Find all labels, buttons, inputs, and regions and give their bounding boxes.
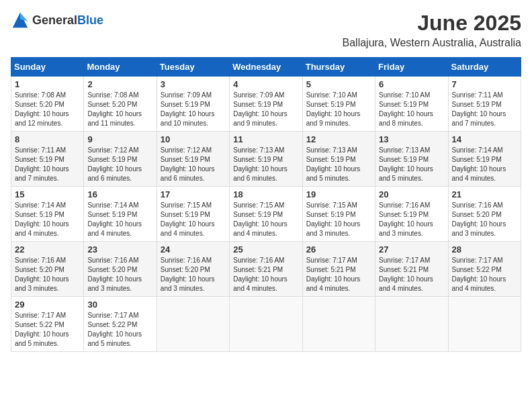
day-info: Sunrise: 7:17 AMSunset: 5:22 PMDaylight:… bbox=[15, 311, 80, 349]
table-cell: 14Sunrise: 7:14 AMSunset: 5:19 PMDayligh… bbox=[448, 132, 521, 187]
day-info: Sunrise: 7:16 AMSunset: 5:19 PMDaylight:… bbox=[379, 201, 444, 238]
table-cell: 28Sunrise: 7:17 AMSunset: 5:22 PMDayligh… bbox=[448, 242, 521, 297]
calendar-week-4: 22Sunrise: 7:16 AMSunset: 5:20 PMDayligh… bbox=[11, 242, 521, 297]
table-cell bbox=[230, 297, 302, 352]
table-cell: 6Sunrise: 7:10 AMSunset: 5:19 PMDaylight… bbox=[375, 77, 448, 132]
day-number: 12 bbox=[306, 134, 371, 144]
table-cell: 21Sunrise: 7:16 AMSunset: 5:20 PMDayligh… bbox=[448, 187, 521, 242]
day-info: Sunrise: 7:15 AMSunset: 5:19 PMDaylight:… bbox=[161, 201, 226, 238]
day-number: 17 bbox=[161, 189, 226, 199]
day-number: 10 bbox=[161, 134, 226, 144]
day-info: Sunrise: 7:16 AMSunset: 5:20 PMDaylight:… bbox=[452, 201, 517, 238]
day-info: Sunrise: 7:17 AMSunset: 5:21 PMDaylight:… bbox=[306, 256, 371, 293]
day-number: 27 bbox=[379, 244, 444, 255]
day-number: 3 bbox=[161, 79, 226, 89]
day-info: Sunrise: 7:16 AMSunset: 5:20 PMDaylight:… bbox=[15, 256, 80, 293]
day-number: 6 bbox=[379, 79, 444, 89]
calendar-week-3: 15Sunrise: 7:14 AMSunset: 5:19 PMDayligh… bbox=[11, 187, 521, 242]
day-number: 11 bbox=[233, 134, 298, 144]
day-number: 18 bbox=[233, 189, 298, 199]
calendar-table: Sunday Monday Tuesday Wednesday Thursday… bbox=[11, 57, 521, 352]
day-info: Sunrise: 7:17 AMSunset: 5:22 PMDaylight:… bbox=[452, 256, 517, 293]
day-number: 13 bbox=[379, 134, 444, 144]
day-info: Sunrise: 7:13 AMSunset: 5:19 PMDaylight:… bbox=[306, 146, 371, 183]
logo-text-general: General bbox=[32, 13, 77, 27]
col-sunday: Sunday bbox=[11, 58, 84, 77]
day-info: Sunrise: 7:14 AMSunset: 5:19 PMDaylight:… bbox=[87, 201, 152, 238]
day-number: 21 bbox=[452, 189, 517, 199]
day-number: 23 bbox=[87, 244, 152, 255]
day-number: 7 bbox=[452, 79, 517, 89]
day-info: Sunrise: 7:16 AMSunset: 5:20 PMDaylight:… bbox=[87, 256, 152, 293]
day-number: 29 bbox=[15, 300, 80, 310]
table-cell: 4Sunrise: 7:09 AMSunset: 5:19 PMDaylight… bbox=[230, 77, 302, 132]
day-number: 20 bbox=[379, 189, 444, 199]
logo: GeneralBlue bbox=[11, 11, 103, 30]
day-number: 19 bbox=[306, 189, 371, 199]
table-cell: 20Sunrise: 7:16 AMSunset: 5:19 PMDayligh… bbox=[375, 187, 448, 242]
day-info: Sunrise: 7:09 AMSunset: 5:19 PMDaylight:… bbox=[161, 91, 226, 128]
day-info: Sunrise: 7:12 AMSunset: 5:19 PMDaylight:… bbox=[161, 146, 226, 183]
location-subtitle: Ballajura, Western Australia, Australia bbox=[343, 37, 522, 49]
day-info: Sunrise: 7:08 AMSunset: 5:20 PMDaylight:… bbox=[15, 91, 80, 128]
table-cell bbox=[302, 297, 375, 352]
day-number: 22 bbox=[15, 244, 80, 255]
table-cell: 16Sunrise: 7:14 AMSunset: 5:19 PMDayligh… bbox=[84, 187, 157, 242]
day-info: Sunrise: 7:14 AMSunset: 5:19 PMDaylight:… bbox=[15, 201, 80, 238]
page-header: GeneralBlue June 2025 Ballajura, Western… bbox=[11, 11, 521, 49]
calendar-week-1: 1Sunrise: 7:08 AMSunset: 5:20 PMDaylight… bbox=[11, 77, 521, 132]
table-cell: 17Sunrise: 7:15 AMSunset: 5:19 PMDayligh… bbox=[157, 187, 229, 242]
table-cell: 8Sunrise: 7:11 AMSunset: 5:19 PMDaylight… bbox=[11, 132, 84, 187]
calendar-header-row: Sunday Monday Tuesday Wednesday Thursday… bbox=[11, 58, 521, 77]
col-thursday: Thursday bbox=[302, 58, 375, 77]
day-info: Sunrise: 7:15 AMSunset: 5:19 PMDaylight:… bbox=[233, 201, 298, 238]
day-number: 24 bbox=[161, 244, 226, 255]
day-number: 28 bbox=[452, 244, 517, 255]
day-info: Sunrise: 7:12 AMSunset: 5:19 PMDaylight:… bbox=[87, 146, 152, 183]
day-info: Sunrise: 7:10 AMSunset: 5:19 PMDaylight:… bbox=[379, 91, 444, 128]
table-cell: 18Sunrise: 7:15 AMSunset: 5:19 PMDayligh… bbox=[230, 187, 302, 242]
day-info: Sunrise: 7:13 AMSunset: 5:19 PMDaylight:… bbox=[379, 146, 444, 183]
day-info: Sunrise: 7:11 AMSunset: 5:19 PMDaylight:… bbox=[452, 91, 517, 128]
col-wednesday: Wednesday bbox=[230, 58, 302, 77]
day-number: 1 bbox=[15, 79, 80, 89]
table-cell: 12Sunrise: 7:13 AMSunset: 5:19 PMDayligh… bbox=[302, 132, 375, 187]
day-info: Sunrise: 7:14 AMSunset: 5:19 PMDaylight:… bbox=[452, 146, 517, 183]
table-cell: 30Sunrise: 7:17 AMSunset: 5:22 PMDayligh… bbox=[84, 297, 157, 352]
day-number: 2 bbox=[87, 79, 152, 89]
table-cell: 2Sunrise: 7:08 AMSunset: 5:20 PMDaylight… bbox=[84, 77, 157, 132]
table-cell: 22Sunrise: 7:16 AMSunset: 5:20 PMDayligh… bbox=[11, 242, 84, 297]
table-cell bbox=[448, 297, 521, 352]
table-cell bbox=[375, 297, 448, 352]
table-cell: 25Sunrise: 7:16 AMSunset: 5:21 PMDayligh… bbox=[230, 242, 302, 297]
table-cell: 3Sunrise: 7:09 AMSunset: 5:19 PMDaylight… bbox=[157, 77, 229, 132]
day-number: 26 bbox=[306, 244, 371, 255]
table-cell: 7Sunrise: 7:11 AMSunset: 5:19 PMDaylight… bbox=[448, 77, 521, 132]
day-number: 30 bbox=[87, 300, 152, 310]
day-info: Sunrise: 7:15 AMSunset: 5:19 PMDaylight:… bbox=[306, 201, 371, 238]
table-cell: 19Sunrise: 7:15 AMSunset: 5:19 PMDayligh… bbox=[302, 187, 375, 242]
day-number: 5 bbox=[306, 79, 371, 89]
logo-icon bbox=[11, 11, 30, 30]
day-info: Sunrise: 7:13 AMSunset: 5:19 PMDaylight:… bbox=[233, 146, 298, 183]
table-cell: 11Sunrise: 7:13 AMSunset: 5:19 PMDayligh… bbox=[230, 132, 302, 187]
col-monday: Monday bbox=[84, 58, 157, 77]
day-info: Sunrise: 7:17 AMSunset: 5:22 PMDaylight:… bbox=[87, 311, 152, 349]
day-number: 4 bbox=[233, 79, 298, 89]
table-cell: 5Sunrise: 7:10 AMSunset: 5:19 PMDaylight… bbox=[302, 77, 375, 132]
col-friday: Friday bbox=[375, 58, 448, 77]
table-cell: 27Sunrise: 7:17 AMSunset: 5:21 PMDayligh… bbox=[375, 242, 448, 297]
table-cell: 29Sunrise: 7:17 AMSunset: 5:22 PMDayligh… bbox=[11, 297, 84, 352]
day-info: Sunrise: 7:11 AMSunset: 5:19 PMDaylight:… bbox=[15, 146, 80, 183]
table-cell: 1Sunrise: 7:08 AMSunset: 5:20 PMDaylight… bbox=[11, 77, 84, 132]
title-area: June 2025 Ballajura, Western Australia, … bbox=[343, 11, 522, 49]
day-number: 15 bbox=[15, 189, 80, 199]
col-tuesday: Tuesday bbox=[157, 58, 229, 77]
day-info: Sunrise: 7:10 AMSunset: 5:19 PMDaylight:… bbox=[306, 91, 371, 128]
day-number: 16 bbox=[87, 189, 152, 199]
logo-text-blue: Blue bbox=[77, 13, 103, 27]
day-info: Sunrise: 7:17 AMSunset: 5:21 PMDaylight:… bbox=[379, 256, 444, 293]
table-cell: 15Sunrise: 7:14 AMSunset: 5:19 PMDayligh… bbox=[11, 187, 84, 242]
day-info: Sunrise: 7:08 AMSunset: 5:20 PMDaylight:… bbox=[87, 91, 152, 128]
day-number: 25 bbox=[233, 244, 298, 255]
